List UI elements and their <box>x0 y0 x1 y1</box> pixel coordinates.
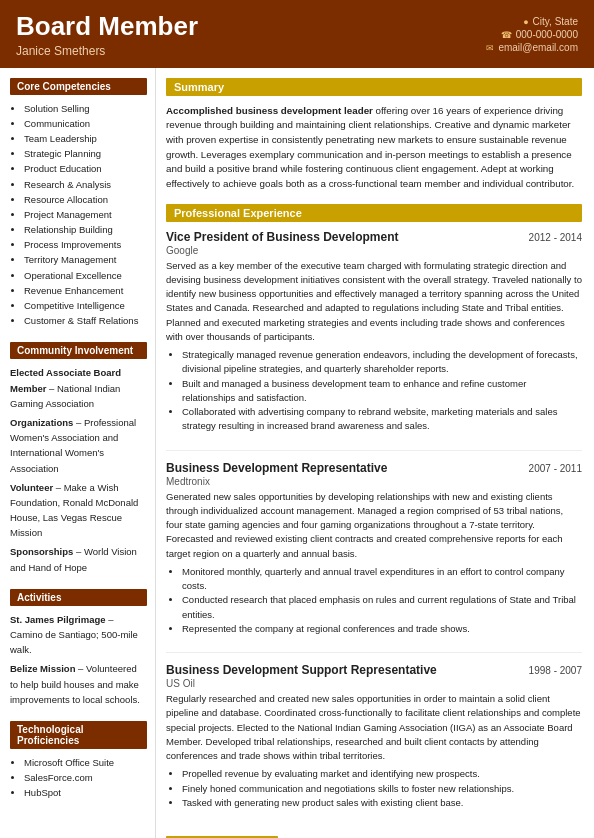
job-company: US Oil <box>166 678 582 689</box>
job-entry: Business Development Support Representat… <box>166 663 582 826</box>
candidate-title: Board Member <box>16 12 198 41</box>
community-item: Volunteer – Make a Wish Foundation, Rona… <box>10 480 147 541</box>
list-item: HubSpot <box>24 785 147 800</box>
bullet-item: Conducted research that placed emphasis … <box>182 593 582 622</box>
list-item: Resource Allocation <box>24 192 147 207</box>
list-item: Competitive Intelligence <box>24 298 147 313</box>
bullet-item: Represented the company at regional conf… <box>182 622 582 636</box>
job-dates: 2012 - 2014 <box>529 232 582 243</box>
community-items: Elected Associate Board Member – Nationa… <box>10 365 147 574</box>
location-icon: ● <box>523 17 528 27</box>
list-item: Revenue Enhancement <box>24 283 147 298</box>
list-item: Strategic Planning <box>24 146 147 161</box>
sidebar: Core Competencies Solution Selling Commu… <box>0 68 155 838</box>
activities-section: Activities St. James Pilgrimage – Camino… <box>10 589 147 707</box>
list-item: Team Leadership <box>24 131 147 146</box>
bullet-item: Strategically managed revenue generation… <box>182 348 582 377</box>
job-header: Business Development Representative 2007… <box>166 461 582 475</box>
email-icon: ✉ <box>486 43 494 53</box>
list-item: Operational Excellence <box>24 268 147 283</box>
main-layout: Core Competencies Solution Selling Commu… <box>0 68 594 838</box>
core-competencies-title: Core Competencies <box>10 78 147 95</box>
bullet-item: Tasked with generating new product sales… <box>182 796 582 810</box>
activity-item: St. James Pilgrimage – Camino de Santiag… <box>10 612 147 658</box>
bullet-item: Built and managed a business development… <box>182 377 582 406</box>
summary-title: Summary <box>166 78 582 96</box>
candidate-name: Janice Smethers <box>16 44 198 58</box>
community-item: Elected Associate Board Member – Nationa… <box>10 365 147 411</box>
list-item: Research & Analysis <box>24 177 147 192</box>
activities-title: Activities <box>10 589 147 606</box>
summary-section: Summary Accomplished business developmen… <box>166 78 582 192</box>
job-company: Google <box>166 245 582 256</box>
bullet-item: Propelled revenue by evaluating market a… <box>182 767 582 781</box>
core-competencies-section: Core Competencies Solution Selling Commu… <box>10 78 147 329</box>
job-dates: 1998 - 2007 <box>529 665 582 676</box>
list-item: Territory Management <box>24 252 147 267</box>
job-title: Vice President of Business Development <box>166 230 399 244</box>
experience-section: Professional Experience Vice President o… <box>166 204 582 827</box>
list-item: Microsoft Office Suite <box>24 755 147 770</box>
list-item: Solution Selling <box>24 101 147 116</box>
community-item: Sponsorships – World Vision and Hand of … <box>10 544 147 574</box>
phone-icon: ☎ <box>501 30 512 40</box>
list-item: Customer & Staff Relations <box>24 313 147 328</box>
job-description: Regularly researched and created new sal… <box>166 692 582 763</box>
bullet-item: Collaborated with advertising company to… <box>182 405 582 434</box>
tech-section: Technological Proficiencies Microsoft Of… <box>10 721 147 801</box>
job-description: Served as a key member of the executive … <box>166 259 582 345</box>
job-header: Vice President of Business Development 2… <box>166 230 582 244</box>
summary-bold: Accomplished business development leader <box>166 105 373 116</box>
job-dates: 2007 - 2011 <box>529 463 582 474</box>
list-item: Relationship Building <box>24 222 147 237</box>
contact-location: ● City, State <box>486 16 578 27</box>
contact-email: ✉ email@email.com <box>486 42 578 53</box>
list-item: Process Improvements <box>24 237 147 252</box>
community-section: Community Involvement Elected Associate … <box>10 342 147 574</box>
header-name-section: Board Member Janice Smethers <box>16 12 198 58</box>
job-description: Generated new sales opportunities by dev… <box>166 490 582 561</box>
bullet-item: Monitored monthly, quarterly and annual … <box>182 565 582 594</box>
community-item: Organizations – Professional Women's Ass… <box>10 415 147 476</box>
list-item: Project Management <box>24 207 147 222</box>
resume-header: Board Member Janice Smethers ● City, Sta… <box>0 0 594 68</box>
job-header: Business Development Support Representat… <box>166 663 582 677</box>
job-title: Business Development Support Representat… <box>166 663 437 677</box>
core-competencies-list: Solution Selling Communication Team Lead… <box>10 101 147 329</box>
job-bullets: Strategically managed revenue generation… <box>166 348 582 434</box>
activities-items: St. James Pilgrimage – Camino de Santiag… <box>10 612 147 707</box>
job-bullets: Propelled revenue by evaluating market a… <box>166 767 582 810</box>
experience-title: Professional Experience <box>166 204 582 222</box>
bullet-item: Finely honed communication and negotiati… <box>182 782 582 796</box>
community-title: Community Involvement <box>10 342 147 359</box>
job-title: Business Development Representative <box>166 461 387 475</box>
tech-title: Technological Proficiencies <box>10 721 147 749</box>
job-entry: Business Development Representative 2007… <box>166 461 582 654</box>
job-bullets: Monitored monthly, quarterly and annual … <box>166 565 582 636</box>
main-content: Summary Accomplished business developmen… <box>155 68 594 838</box>
job-entry: Vice President of Business Development 2… <box>166 230 582 451</box>
list-item: Product Education <box>24 161 147 176</box>
list-item: SalesForce.com <box>24 770 147 785</box>
header-contact: ● City, State ☎ 000-000-0000 ✉ email@ema… <box>486 16 578 55</box>
tech-list: Microsoft Office Suite SalesForce.com Hu… <box>10 755 147 801</box>
list-item: Communication <box>24 116 147 131</box>
contact-phone: ☎ 000-000-0000 <box>486 29 578 40</box>
summary-text: Accomplished business development leader… <box>166 104 582 192</box>
activity-item: Belize Mission – Volunteered to help bui… <box>10 661 147 707</box>
job-company: Medtronix <box>166 476 582 487</box>
